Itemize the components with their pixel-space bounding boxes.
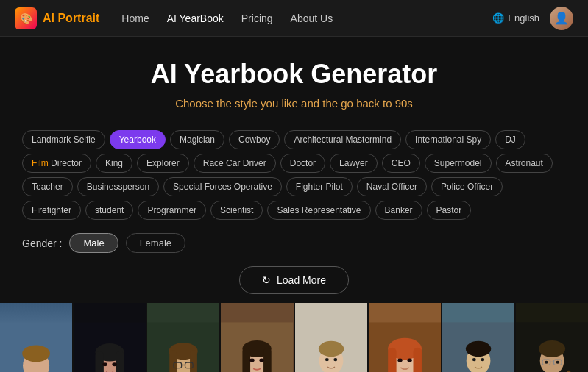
tag-fighter-pilot[interactable]: Fighter Pilot	[286, 177, 353, 196]
gender-label: Gender :	[22, 237, 62, 249]
language-selector[interactable]: 🌐 English	[492, 12, 539, 24]
svg-point-35	[250, 358, 255, 362]
tag-film-director[interactable]: Film Director	[22, 154, 91, 173]
svg-rect-54	[388, 348, 396, 372]
tag-naval-officer[interactable]: Naval Officer	[357, 177, 427, 196]
logo-icon: 🎨	[15, 7, 37, 29]
tag-special-forces[interactable]: Special Forces Operative	[163, 177, 282, 196]
tag-businessperson[interactable]: Businessperson	[77, 177, 159, 196]
language-label: English	[508, 12, 539, 24]
svg-point-57	[407, 358, 412, 362]
nav-link-pricing[interactable]: Pricing	[241, 10, 273, 27]
gender-section: Gender : Male Female	[0, 226, 588, 259]
svg-point-42	[318, 341, 343, 357]
tag-lawyer[interactable]: Lawyer	[330, 154, 378, 173]
globe-icon: 🌐	[492, 12, 504, 24]
nav-right: 🌐 English 👤	[492, 7, 573, 30]
tag-king[interactable]: King	[96, 154, 132, 173]
svg-point-36	[260, 358, 265, 362]
gallery-item-6: 99	[369, 303, 441, 372]
tag-police-officer[interactable]: Police Officer	[431, 177, 503, 196]
svg-point-56	[397, 358, 403, 362]
tag-ceo[interactable]: CEO	[382, 154, 420, 173]
load-more-button[interactable]: ↻ Load More	[239, 266, 349, 294]
tag-programmer[interactable]: Programmer	[138, 201, 206, 220]
tag-firefighter[interactable]: Firefighter	[22, 201, 81, 220]
styles-section: Landmark Selfie Yearbook Magician Cowboy…	[0, 123, 588, 226]
hero-title: AI Yearbook Generator	[15, 59, 573, 90]
load-more-section: ↻ Load More	[0, 259, 588, 303]
svg-rect-33	[243, 348, 251, 372]
tag-international-spy[interactable]: International Spy	[405, 130, 491, 149]
svg-rect-12	[96, 351, 104, 372]
svg-rect-55	[413, 348, 421, 372]
svg-point-77	[545, 361, 548, 364]
svg-rect-34	[263, 348, 272, 372]
user-avatar[interactable]: 👤	[550, 7, 573, 30]
nav-link-about[interactable]: About Us	[291, 10, 333, 27]
gallery-item-4	[221, 303, 293, 372]
style-tags-container: Landmark Selfie Yearbook Magician Cowboy…	[22, 130, 566, 220]
gender-male-btn[interactable]: Male	[69, 233, 118, 253]
hero-subtitle: Choose the style you like and the go bac…	[15, 97, 573, 110]
nav-links: Home AI YearBook Pricing About Us	[121, 10, 492, 27]
load-more-label: Load More	[277, 274, 326, 286]
gallery-item-7	[442, 303, 514, 372]
gallery: 99	[0, 303, 588, 372]
svg-rect-23	[190, 350, 197, 372]
tag-architectural-mastermind[interactable]: Architectural Mastermind	[284, 130, 401, 149]
tag-yearbook[interactable]: Yearbook	[110, 130, 166, 149]
hero-section: AI Yearbook Generator Choose the style y…	[0, 37, 588, 123]
tag-sales-rep[interactable]: Sales Representative	[267, 201, 370, 220]
tag-scientist[interactable]: Scientist	[210, 201, 263, 220]
tag-astronaut[interactable]: Astronaut	[496, 154, 553, 173]
refresh-icon: ↻	[262, 274, 271, 286]
svg-point-14	[102, 362, 107, 366]
tag-race-car-driver[interactable]: Race Car Driver	[194, 154, 276, 173]
svg-point-64	[472, 358, 476, 361]
tag-teacher[interactable]: Teacher	[22, 177, 73, 196]
svg-point-65	[481, 358, 484, 361]
gallery-item-3	[147, 303, 219, 372]
svg-point-5	[22, 346, 50, 362]
tag-magician[interactable]: Magician	[170, 130, 224, 149]
svg-rect-22	[170, 350, 177, 372]
nav-link-yearbook[interactable]: AI YearBook	[167, 10, 224, 27]
nav-logo[interactable]: 🎨 AI Portrait	[15, 7, 99, 29]
logo-text: AI Portrait	[43, 12, 99, 25]
nav-link-home[interactable]: Home	[121, 10, 149, 27]
tag-cowboy[interactable]: Cowboy	[229, 130, 280, 149]
svg-point-45	[325, 358, 328, 361]
svg-point-78	[556, 361, 559, 364]
svg-point-63	[466, 341, 491, 357]
tag-pastor[interactable]: Pastor	[427, 201, 472, 220]
gallery-item-1	[0, 303, 72, 372]
navbar: 🎨 AI Portrait Home AI YearBook Pricing A…	[0, 0, 588, 37]
svg-point-73	[539, 340, 565, 357]
gallery-item-5	[295, 303, 367, 372]
tag-supermodel[interactable]: Supermodel	[425, 154, 492, 173]
svg-point-15	[112, 362, 117, 366]
film-text: Film	[32, 158, 49, 168]
tag-explorer[interactable]: Explorer	[137, 154, 189, 173]
tag-doctor[interactable]: Doctor	[280, 154, 325, 173]
tag-dj[interactable]: DJ	[495, 130, 525, 149]
tag-banker[interactable]: Banker	[375, 201, 422, 220]
tag-landmark-selfie[interactable]: Landmark Selfie	[22, 130, 105, 149]
svg-point-46	[333, 358, 337, 361]
gallery-item-8	[516, 303, 588, 372]
gallery-item-2	[74, 303, 146, 372]
tag-student[interactable]: student	[85, 201, 133, 220]
svg-rect-13	[116, 351, 124, 372]
gender-female-btn[interactable]: Female	[126, 233, 185, 253]
